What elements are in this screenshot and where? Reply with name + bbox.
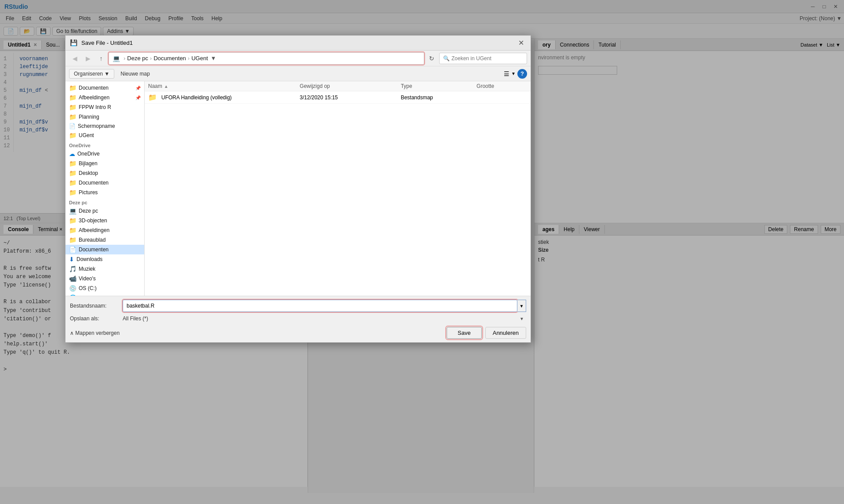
sidebar-item-label: Planning (79, 114, 99, 120)
sidebar-item-3d[interactable]: 📁 3D-objecten (65, 216, 144, 225)
col-type-header[interactable]: Type (401, 83, 477, 89)
filename-label: Bestandsnaam: (70, 303, 123, 309)
sidebar-item-onedrive[interactable]: ☁ OneDrive (65, 149, 144, 159)
sidebar-item-deze-pc[interactable]: 💻 Deze pc (65, 206, 144, 216)
search-input[interactable] (451, 55, 513, 62)
save-button[interactable]: Save (447, 327, 482, 339)
sidebar-item-label: Schermopname (78, 123, 115, 129)
sidebar-item-label: OS (C:) (79, 285, 97, 291)
sidebar-item-downloads[interactable]: ⬇ Downloads (65, 254, 144, 264)
save-file-dialog: 💾 Save File - Untitled1 ✕ ◀ ▶ ↑ 💻 › Deze… (65, 35, 531, 343)
folders-toggle-button[interactable]: ∧ Mappen verbergen (70, 330, 120, 336)
new-folder-button[interactable]: Nieuwe map (116, 69, 154, 78)
sidebar-item-label: FPPW Intro R (79, 104, 111, 110)
view-options: ☰ ▼ (504, 70, 516, 77)
sidebar-item-afbeeldingen-pc[interactable]: 📁 Afbeeldingen (65, 225, 144, 235)
breadcrumb-deze-pc[interactable]: Deze pc (127, 55, 148, 62)
dialog-overlay: 💾 Save File - Untitled1 ✕ ◀ ▶ ↑ 💻 › Deze… (0, 0, 844, 504)
file-modified: 3/12/2020 15:15 (300, 94, 401, 101)
video-icon: 📹 (69, 275, 76, 282)
dialog-filelist: Naam ▲ Gewijzigd op Type Grootte 📁 UFORA… (145, 81, 531, 296)
sidebar-deze-pc-header: Deze pc (65, 197, 144, 206)
sidebar-item-os-c[interactable]: 💿 OS (C:) (65, 283, 144, 293)
breadcrumb-ugent[interactable]: UGent (191, 55, 208, 62)
dialog-sidebar: 📁 Documenten 📌 📁 Afbeeldingen 📌 📁 FPPW I… (65, 81, 145, 296)
folder-icon: 📁 (69, 104, 76, 111)
sidebar-item-fppw[interactable]: 📁 FPPW Intro R (65, 102, 144, 112)
sidebar-item-label: Documenten (79, 85, 109, 91)
sidebar-item-label: UGent (79, 132, 94, 138)
refresh-button[interactable]: ↻ (426, 53, 437, 64)
sidebar-item-bureaublad[interactable]: 📁 Bureaublad (65, 235, 144, 245)
organize-button[interactable]: Organiseren ▼ (69, 69, 114, 79)
sidebar-item-desktop[interactable]: 📁 Desktop (65, 168, 144, 178)
dialog-buttons: ∧ Mappen verbergen Save Annuleren (70, 327, 526, 339)
sidebar-item-documenten-pinned[interactable]: 📁 Documenten 📌 (65, 83, 144, 93)
sidebar-item-schermopname[interactable]: 📄 Schermopname (65, 122, 144, 131)
filename-row: Bestandsnaam: ▼ (70, 300, 526, 312)
file-type: Bestandsmap (401, 94, 477, 101)
view-list-button[interactable]: ☰ (504, 70, 509, 77)
sidebar-item-label: Documenten (79, 247, 109, 253)
dialog-navigation: ◀ ▶ ↑ 💻 › Deze pc › Documenten › UGent ▼… (65, 51, 531, 66)
sidebar-item-label: Afbeeldingen (79, 227, 109, 233)
sidebar-item-documenten-active[interactable]: 📄 Documenten (65, 245, 144, 254)
col-modified-header[interactable]: Gewijzigd op (300, 83, 401, 89)
sidebar-item-muziek[interactable]: 🎵 Muziek (65, 264, 144, 274)
saveas-dropdown-button[interactable]: ▼ (517, 314, 526, 323)
help-button[interactable]: ? (517, 69, 527, 79)
nav-forward-button[interactable]: ▶ (82, 53, 94, 64)
breadcrumb-documenten[interactable]: Documenten (153, 55, 186, 62)
search-box: 🔍 (439, 53, 527, 64)
folder-icon: 📁 (69, 179, 76, 186)
dialog-close-button[interactable]: ✕ (516, 38, 526, 48)
sidebar-item-label: OneDrive (77, 151, 100, 157)
sidebar-item-label: Desktop (79, 170, 98, 176)
filelist-header: Naam ▲ Gewijzigd op Type Grootte (145, 81, 531, 91)
dialog-title: Save File - Untitled1 (81, 40, 516, 46)
folder-icon: 📁 (69, 132, 76, 139)
sidebar-item-label: 3D-objecten (79, 218, 107, 224)
sidebar-item-pictures[interactable]: 📁 Pictures (65, 188, 144, 197)
sidebar-item-planning[interactable]: 📁 Planning (65, 112, 144, 122)
folder-icon: 📁 (69, 113, 76, 120)
deze-pc-section-label: Deze pc (69, 200, 87, 205)
sidebar-item-label: Pictures (79, 189, 98, 196)
breadcrumb-bar: 💻 › Deze pc › Documenten › UGent ▼ (109, 52, 424, 65)
sidebar-item-label: Bijlagen (79, 160, 98, 167)
nav-back-button[interactable]: ◀ (69, 53, 80, 64)
folder-icon: 📁 (148, 93, 157, 102)
file-row-ufora[interactable]: 📁 UFORA Handleiding (volledig) 3/12/2020… (145, 91, 531, 104)
sidebar-item-label: Muziek (79, 266, 95, 272)
sidebar-item-label: Documenten (79, 180, 109, 186)
folder-icon: 📁 (69, 84, 76, 91)
breadcrumb-dropdown[interactable]: ▼ (211, 55, 216, 62)
sidebar-item-ugent[interactable]: 📁 UGent (65, 131, 144, 140)
dialog-body: 📁 Documenten 📌 📁 Afbeeldingen 📌 📁 FPPW I… (65, 81, 531, 296)
pin-icon: 📌 (135, 86, 141, 91)
sidebar-item-bijlagen[interactable]: 📁 Bijlagen (65, 159, 144, 168)
sort-arrow: ▲ (164, 84, 168, 89)
dialog-bottom: Bestandsnaam: ▼ Opslaan als: All Files (… (65, 296, 531, 342)
saveas-label: Opslaan als: (70, 315, 123, 322)
filename-dropdown-button[interactable]: ▼ (517, 300, 526, 312)
filename-input[interactable] (123, 300, 517, 312)
sidebar-item-label: Afbeeldingen (79, 94, 109, 101)
nav-up-button[interactable]: ↑ (95, 53, 107, 64)
onedrive-section-label: OneDrive (69, 143, 91, 148)
sidebar-item-videos[interactable]: 📹 Video's (65, 274, 144, 283)
col-name-header[interactable]: Naam ▲ (148, 83, 300, 89)
folder-icon: 📁 (69, 160, 76, 167)
sidebar-item-documenten-od[interactable]: 📁 Documenten (65, 178, 144, 188)
sidebar-item-label: Downloads (76, 256, 102, 262)
saveas-value: All Files (*) (123, 315, 517, 322)
col-size-header[interactable]: Grootte (477, 83, 527, 89)
sidebar-item-afbeeldingen-pinned[interactable]: 📁 Afbeeldingen 📌 (65, 93, 144, 102)
saveas-row: Opslaan als: All Files (*) ▼ (70, 314, 526, 323)
dialog-titlebar: 💾 Save File - Untitled1 ✕ (65, 36, 531, 51)
cancel-button[interactable]: Annuleren (485, 327, 526, 339)
folder-icon: 📁 (69, 189, 76, 196)
file-name: UFORA Handleiding (volledig) (161, 94, 232, 101)
view-dropdown-button[interactable]: ▼ (511, 71, 516, 76)
search-icon: 🔍 (443, 55, 450, 62)
